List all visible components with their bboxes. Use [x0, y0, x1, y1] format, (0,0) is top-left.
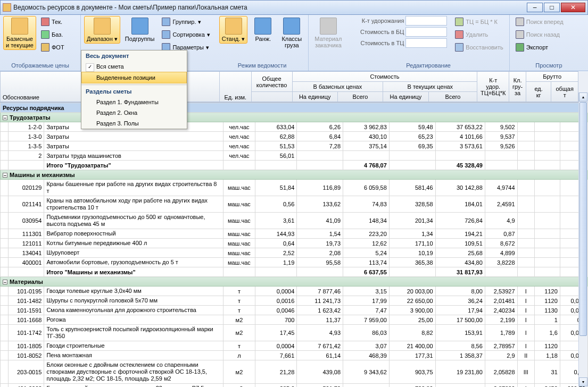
customer-material-label: Материалзаказчика: [314, 36, 342, 48]
view-group-title: Просмотр: [513, 61, 585, 70]
dropdown-item-selected-positions[interactable]: Выделенные позиции: [81, 72, 187, 83]
table-row[interactable]: 101-1482 Шурупы с полукруглой головкой 5…: [1, 296, 588, 306]
prices-fot-button[interactable]: ФОТ: [38, 41, 67, 53]
expander-icon[interactable]: −: [3, 173, 7, 178]
table-row[interactable]: 134041 Шуруповерт маш.час 2,52 2,08 5,24…: [1, 248, 588, 258]
table-row[interactable]: 1-3-5 Затраты чел.час 51,53 7,28 375,14 …: [1, 141, 588, 151]
mode-ranges-button[interactable]: Ранж.: [250, 16, 276, 44]
table-row[interactable]: 101-1668 Рогожа м2 700 11,37 7 959,00 25…: [1, 315, 588, 325]
table-row[interactable]: 020129 Краны башенные при работе на друг…: [1, 180, 588, 196]
table-row[interactable]: 021141 Краны на автомобильном ходу при р…: [1, 196, 588, 213]
header-cur-total[interactable]: Всего: [428, 92, 477, 102]
table-row[interactable]: 2 Затраты труда машинистов чел.час 56,01: [1, 151, 588, 161]
edit-group-title: Редактирование: [351, 61, 506, 70]
header-kud[interactable]: К-тудор.ТЦ=БЦ*К: [477, 72, 509, 102]
window-title: Ведомость ресурсов в документе - Мои сме…: [13, 4, 526, 11]
restore-button: Восстановить: [452, 41, 506, 53]
table-row[interactable]: 401-0063 Бетон тяжелый, крупность заполн…: [1, 384, 588, 388]
mode-classes-button[interactable]: Классыгруза: [278, 16, 305, 50]
mode-classes-label: Классыгруза: [281, 36, 302, 48]
group-button[interactable]: Группир. ▾: [159, 16, 212, 28]
header-cur-prices[interactable]: В текущих ценах: [383, 82, 477, 92]
export-button[interactable]: Экспорт: [513, 41, 566, 53]
table-row[interactable]: 400001 Автомобили бортовые, грузоподъемн…: [1, 258, 588, 267]
range-button[interactable]: Диапазон ▾: [84, 16, 120, 44]
subgroups-button[interactable]: Подгруппы: [122, 16, 158, 44]
kud-label: К-т удорожания: [351, 18, 404, 24]
dropdown-item-section-2[interactable]: Раздел 2. Окна: [81, 107, 187, 118]
delete-button: Удалить: [452, 29, 506, 40]
stc-input[interactable]: [405, 38, 447, 48]
resource-grid[interactable]: Ресурсы подрядчика−Трудозатраты 1-2-0 За…: [0, 103, 588, 387]
subtotal-machines: Итого "Машины и механизмы"6 637,5531 817…: [1, 267, 588, 277]
header-base-total[interactable]: Всего: [337, 92, 383, 102]
mode-standard-button[interactable]: Станд. ▾: [219, 16, 248, 44]
prices-basic-current-button[interactable]: Базисныеи текущие: [3, 16, 36, 50]
stc-label: Стоимость в ТЦ: [351, 40, 404, 46]
table-row[interactable]: 101-1805 Гвозди строительные т 0,0004 7 …: [1, 341, 588, 351]
maximize-button[interactable]: □: [544, 3, 560, 12]
search-back-label: Поиск назад: [526, 31, 560, 38]
expander-icon[interactable]: −: [3, 280, 7, 284]
table-row[interactable]: 203-0015 Блоки оконные с двойным остекле…: [1, 360, 588, 384]
scroll-down-button[interactable]: ▾: [579, 377, 587, 386]
search-forward-label: Поиск вперед: [526, 19, 564, 25]
table-row[interactable]: 030954 Подъемники грузоподъемностью до 5…: [1, 213, 588, 229]
header-qty[interactable]: Общееколичество: [251, 72, 292, 92]
table-row[interactable]: 101-1591 Смола каменноугольная для дорож…: [1, 306, 588, 315]
mode-group-title: Режим ведомости: [219, 61, 305, 70]
table-row[interactable]: 101-0195 Гвозди толевые круглые 3,0х40 м…: [1, 287, 588, 296]
header-klg[interactable]: Кл.гру-за: [509, 72, 526, 102]
mode-standard-label: Станд.: [222, 36, 241, 42]
header-base-unit[interactable]: На единицу: [292, 92, 337, 102]
scroll-thumb[interactable]: [579, 102, 587, 336]
minimize-button[interactable]: –: [527, 3, 543, 12]
header-cost[interactable]: Стоимость: [292, 72, 477, 82]
export-label: Экспорт: [526, 44, 548, 51]
kud-input[interactable]: [405, 16, 447, 26]
header-bed[interactable]: ед.кг: [526, 82, 551, 102]
prices-current-label: Тек.: [52, 19, 62, 25]
prices-basic-label: Баз.: [52, 31, 63, 38]
section-materials[interactable]: −Материалы: [1, 277, 588, 287]
dropdown-item-section-1[interactable]: Раздел 1. Фундаменты: [81, 97, 187, 107]
delete-label: Удалить: [466, 31, 488, 38]
header-btt[interactable]: общаят: [551, 82, 578, 102]
expander-icon[interactable]: −: [3, 115, 7, 120]
dropdown-item-section-3[interactable]: Раздел 3. Полы: [81, 118, 187, 129]
prices-group-title: Отображаемые цены: [3, 61, 77, 70]
scroll-up-button[interactable]: ▴: [579, 92, 587, 102]
subtotal-labor: Итого "Трудозатраты"4 768,0745 328,49: [1, 161, 588, 170]
header-brutto[interactable]: Брутто: [526, 72, 578, 82]
sort-label: Сортировка: [172, 31, 204, 38]
dropdown-item-all-estimate[interactable]: Вся смета: [81, 61, 187, 72]
dropdown-header-all: Весь документ: [81, 51, 187, 61]
section-machines[interactable]: −Машины и механизмы: [1, 170, 588, 180]
customer-material-button[interactable]: Материалзаказчика: [312, 16, 344, 50]
table-row[interactable]: 101-8052 Пена монтажная л 7,661 61,14 46…: [1, 351, 588, 360]
range-dropdown: Весь документ Вся смета Выделенные позиц…: [81, 50, 187, 129]
dropdown-header-sections: Разделы сметы: [81, 86, 187, 97]
vertical-scrollbar[interactable]: ▴ ▾: [578, 92, 587, 386]
header-unit[interactable]: Ед. изм.: [219, 72, 251, 102]
prices-basic-button[interactable]: Баз.: [38, 29, 67, 40]
table-row[interactable]: 121011 Котлы битумные передвижные 400 л …: [1, 239, 588, 248]
prices-current-button[interactable]: Тек.: [38, 16, 67, 28]
close-button[interactable]: ✕: [561, 3, 585, 12]
header-base-prices[interactable]: В базисных ценах: [292, 82, 383, 92]
search-back-button: Поиск назад: [513, 29, 566, 40]
sbc-label: Стоимость в БЦ: [351, 29, 404, 35]
window-titlebar: Ведомость ресурсов в документе - Мои сме…: [0, 0, 588, 15]
dropdown-separator: [81, 85, 187, 85]
search-forward-button: Поиск вперед: [513, 16, 566, 28]
range-label: Диапазон: [87, 36, 113, 42]
table-row[interactable]: 101-1742 Толь с крупнозернистой посыпкой…: [1, 325, 588, 341]
table-row[interactable]: 1-3-0 Затраты чел.час 62,88 6,84 430,10 …: [1, 132, 588, 141]
app-icon: [3, 3, 11, 12]
prices-basic-current-label: Базисныеи текущие: [6, 36, 34, 48]
restore-label: Восстановить: [466, 44, 503, 51]
sbc-input[interactable]: [405, 27, 447, 37]
sort-button[interactable]: Сортировка ▾: [159, 29, 212, 40]
header-cur-unit[interactable]: На единицу: [383, 92, 428, 102]
table-row[interactable]: 111301 Вибратор поверхностный маш.час 14…: [1, 229, 588, 239]
